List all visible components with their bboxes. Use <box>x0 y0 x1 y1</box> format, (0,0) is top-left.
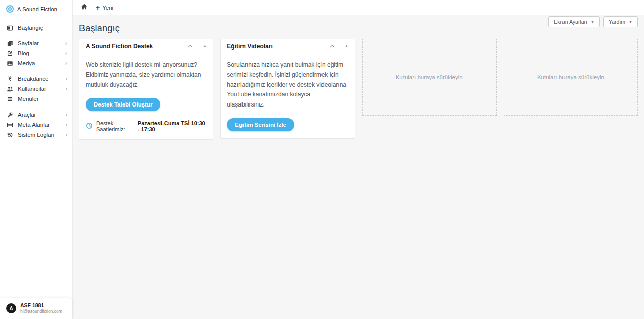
main-area: + Yeni Ekran Ayarları ▼ Yardım ▼ Başlang… <box>73 0 644 319</box>
sidebar-item-sistem-loglari[interactable]: Sistem Logları › <box>0 130 72 140</box>
widget-training-videos: Eğitim Videoları ▲ Sorularınıza hızlıca … <box>220 39 355 139</box>
dashboard-icon <box>7 25 13 31</box>
home-button[interactable] <box>80 3 88 12</box>
videos-text: Sorularınıza hızlıca yanıt bulmak için e… <box>227 60 348 110</box>
sidebar-item-label: Blog <box>18 50 29 56</box>
nav-group-system: Araçlar › Meta Alanlar › Sistem Logları … <box>0 110 72 140</box>
clock-icon <box>86 122 93 130</box>
support-hours-row: Destek Saatlerimiz: Pazartesi-Cuma TSİ 1… <box>86 120 207 132</box>
help-label: Yardım <box>609 19 625 25</box>
sidebar-item-label: Menüler <box>18 96 39 102</box>
sidebar-item-label: Meta Alanlar <box>18 122 50 128</box>
caret-down-icon: ▼ <box>591 20 594 24</box>
widget-support: A Sound Fiction Destek ▲ Web sitenizle i… <box>79 39 213 140</box>
user-profile[interactable]: A ASF 1881 hi@asoundfiction.com <box>0 298 72 319</box>
chevron-right-icon: › <box>65 112 67 117</box>
watch-training-series-button[interactable]: Eğitim Serisini İzle <box>227 118 294 131</box>
widget-header: Eğitim Videoları ▲ <box>221 39 354 53</box>
wrench-icon <box>7 112 13 118</box>
sidebar-item-araclar[interactable]: Araçlar › <box>0 110 72 120</box>
sidebar-item-label: Kullanıcılar <box>18 86 46 92</box>
sidebar-item-label: Breakdance <box>18 76 48 82</box>
avatar: A <box>6 303 16 313</box>
sidebar-nav: Başlangıç Sayfalar › Blog › Medya › <box>0 17 72 140</box>
chevron-right-icon: › <box>65 61 67 66</box>
help-button[interactable]: Yardım ▼ <box>603 16 638 27</box>
screen-options-label: Ekran Ayarları <box>554 19 587 25</box>
move-up-icon[interactable]: ▲ <box>345 44 349 48</box>
widget-header: A Sound Fiction Destek ▲ <box>79 39 213 53</box>
chevron-right-icon: › <box>65 51 67 56</box>
pages-icon <box>7 40 13 47</box>
table-icon <box>7 122 13 128</box>
screen-options-button[interactable]: Ekran Ayarları ▼ <box>548 16 600 27</box>
move-up-icon[interactable]: ▲ <box>203 44 207 48</box>
sidebar-item-label: Medya <box>18 60 35 66</box>
chevron-right-icon: › <box>65 76 67 81</box>
widget-title: A Sound Fiction Destek <box>86 43 187 50</box>
sidebar-item-label: Sistem Logları <box>18 132 55 138</box>
sidebar-item-meta-alanlar[interactable]: Meta Alanlar › <box>0 120 72 130</box>
widget-dropzone-1[interactable]: Kutuları buraya sürükleyin <box>362 39 497 116</box>
admin-app: A Sound Fiction Başlangıç Sayfalar › Blo… <box>0 0 644 319</box>
edit-icon <box>7 50 13 57</box>
widgets-grid: A Sound Fiction Destek ▲ Web sitenizle i… <box>79 39 638 140</box>
support-hours-label: Destek Saatlerimiz: <box>96 120 134 132</box>
create-support-ticket-button[interactable]: Destek Talebi Oluştur <box>86 98 160 111</box>
dashboard-content: Ekran Ayarları ▼ Yardım ▼ Başlangıç A So… <box>73 15 644 319</box>
sidebar-item-label: Sayfalar <box>18 40 39 46</box>
chevron-right-icon: › <box>65 86 67 91</box>
widget-body: Web sitenizle ilgili destek mi arıyorsun… <box>79 53 213 139</box>
support-text: Web sitenizle ilgili destek mi arıyorsun… <box>86 60 207 90</box>
sidebar-item-menuler[interactable]: Menüler <box>0 94 72 104</box>
new-label: Yeni <box>102 5 113 11</box>
screen-meta-links: Ekran Ayarları ▼ Yardım ▼ <box>548 16 638 27</box>
sidebar-item-label: Başlangıç <box>18 25 43 31</box>
sidebar: A Sound Fiction Başlangıç Sayfalar › Blo… <box>0 0 73 319</box>
sidebar-item-kullanicilar[interactable]: Kullanıcılar › <box>0 84 72 94</box>
chevron-right-icon: › <box>65 122 67 127</box>
chevron-right-icon: › <box>65 41 67 46</box>
dropzone-placeholder: Kutuları buraya sürükleyin <box>537 74 604 80</box>
menu-list-icon <box>7 96 13 102</box>
collapse-toggle-button[interactable] <box>329 43 336 50</box>
plus-icon: + <box>96 4 100 11</box>
nav-group-site: Breakdance › Kullanıcılar › Menüler <box>0 74 72 104</box>
history-icon <box>7 132 13 138</box>
sidebar-item-medya[interactable]: Medya › <box>0 58 72 68</box>
home-icon <box>80 3 88 12</box>
user-email: hi@asoundfiction.com <box>20 309 62 314</box>
nav-group-dashboard: Başlangıç <box>0 23 72 33</box>
support-hours-value: Pazartesi-Cuma TSİ 10:30 - 17:30 <box>138 120 207 132</box>
media-icon <box>7 60 13 67</box>
collapse-toggle-button[interactable] <box>187 43 194 50</box>
sidebar-item-breakdance[interactable]: Breakdance › <box>0 74 72 84</box>
sidebar-item-blog[interactable]: Blog › <box>0 48 72 58</box>
brand-logo-icon <box>6 5 14 13</box>
brand-name: A Sound Fiction <box>17 6 57 12</box>
chevron-right-icon: › <box>65 132 67 137</box>
admin-topbar: + Yeni <box>73 0 644 15</box>
sidebar-item-sayfalar[interactable]: Sayfalar › <box>0 38 72 48</box>
widget-title: Eğitim Videoları <box>227 43 328 50</box>
nav-group-content: Sayfalar › Blog › Medya › <box>0 38 72 68</box>
user-name: ASF 1881 <box>20 302 62 309</box>
users-icon <box>7 86 13 92</box>
sidebar-item-label: Araçlar <box>18 112 36 118</box>
new-content-button[interactable]: + Yeni <box>96 4 113 11</box>
brand-home-link[interactable]: A Sound Fiction <box>0 0 72 17</box>
sidebar-item-baslangic[interactable]: Başlangıç <box>0 23 72 33</box>
caret-down-icon: ▼ <box>629 20 632 24</box>
breakdance-icon <box>7 76 13 82</box>
widget-dropzone-2[interactable]: Kutuları buraya sürükleyin <box>504 39 638 116</box>
widget-body: Sorularınıza hızlıca yanıt bulmak için e… <box>221 53 354 138</box>
dropzone-placeholder: Kutuları buraya sürükleyin <box>396 74 463 80</box>
